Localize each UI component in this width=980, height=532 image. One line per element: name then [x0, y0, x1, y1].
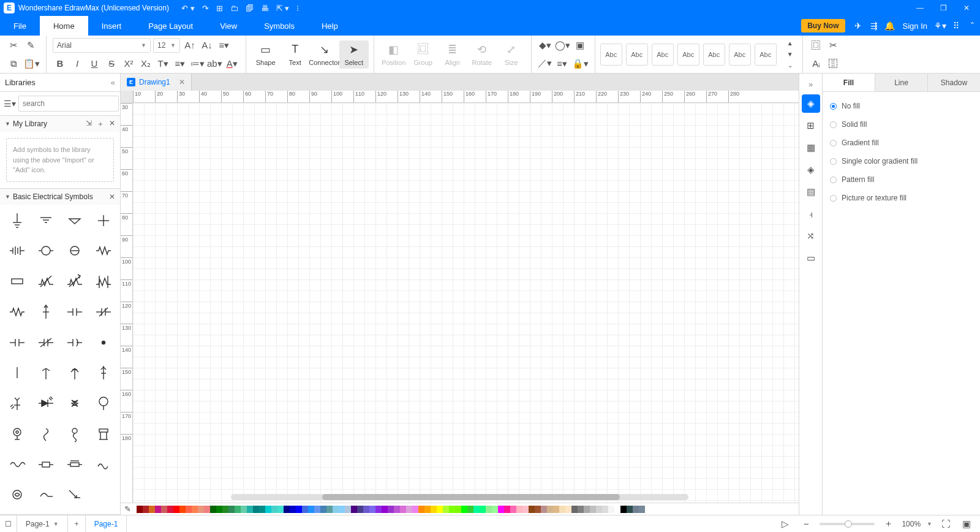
shape-effects-button[interactable]: ◯▾	[555, 38, 570, 53]
menu-tab-page-layout[interactable]: Page Layout	[135, 16, 206, 36]
shape-tool[interactable]: ▭Shape	[251, 40, 281, 69]
color-swatch[interactable]	[143, 506, 149, 513]
color-swatch[interactable]	[198, 506, 204, 513]
color-swatch[interactable]	[522, 506, 529, 513]
menu-tab-insert[interactable]: Insert	[88, 16, 135, 36]
shuffle-tool-icon[interactable]: ⤭	[802, 227, 820, 245]
color-swatch[interactable]	[277, 506, 284, 513]
lib-import-icon[interactable]: ⇲	[86, 119, 92, 129]
electrical-symbol-7[interactable]	[89, 237, 118, 264]
color-swatch[interactable]	[137, 506, 143, 513]
shadow-button[interactable]: ▣	[573, 38, 587, 53]
color-swatch[interactable]	[449, 506, 455, 513]
color-swatch[interactable]	[614, 506, 620, 513]
color-swatch[interactable]	[357, 506, 363, 513]
outline-view-button[interactable]: ☐	[0, 515, 17, 532]
vertical-ruler[interactable]: 3040506070809010011012013014015016017018…	[121, 103, 133, 503]
color-swatch[interactable]	[424, 506, 431, 513]
library-search-input[interactable]	[18, 96, 119, 112]
color-swatch[interactable]	[547, 506, 553, 513]
color-swatch[interactable]	[186, 506, 192, 513]
buy-now-button[interactable]: Buy Now	[801, 19, 845, 32]
gallery-more-button[interactable]: ⌄	[783, 61, 797, 70]
electrical-symbol-0[interactable]	[2, 207, 31, 234]
share-icon[interactable]: ⇶	[866, 16, 882, 36]
electrical-symbol-27[interactable]	[89, 390, 118, 417]
document-tab[interactable]: E Drawing1 ✕	[121, 74, 192, 91]
electrical-symbol-18[interactable]	[60, 329, 89, 356]
electrical-symbol-28[interactable]	[2, 420, 31, 447]
color-swatch[interactable]	[431, 506, 437, 513]
qat-button-7[interactable]: ⁝	[296, 4, 299, 13]
electrical-symbol-30[interactable]	[60, 420, 89, 447]
color-swatch[interactable]	[253, 506, 259, 513]
qat-button-4[interactable]: 🗐	[246, 4, 254, 13]
color-swatch[interactable]	[590, 506, 596, 513]
text-tool[interactable]: TText	[281, 40, 310, 69]
color-swatch[interactable]	[290, 506, 296, 513]
color-swatch[interactable]	[382, 506, 388, 513]
find-button[interactable]: Aᵢ	[809, 56, 824, 71]
color-swatch[interactable]	[492, 506, 498, 513]
color-swatch[interactable]	[584, 506, 590, 513]
my-library-header[interactable]: ▼My Library ⇲＋✕	[0, 116, 120, 132]
color-swatch[interactable]	[265, 506, 271, 513]
increase-font-button[interactable]: A↑	[183, 38, 197, 53]
qat-button-3[interactable]: 🗀	[230, 4, 238, 13]
select-tool[interactable]: ➤Select	[339, 40, 369, 69]
style-preset-0[interactable]: Abc	[600, 44, 622, 66]
color-swatch[interactable]	[241, 506, 247, 513]
color-swatch[interactable]	[339, 506, 345, 513]
color-swatch[interactable]	[167, 506, 173, 513]
electrical-symbol-37[interactable]	[31, 481, 60, 508]
menu-tab-view[interactable]: View	[206, 16, 251, 36]
color-swatch[interactable]	[418, 506, 424, 513]
color-swatch[interactable]	[179, 506, 186, 513]
qat-button-2[interactable]: ⊞	[216, 4, 223, 13]
gallery-down-button[interactable]: ▼	[783, 50, 797, 59]
gallery-up-button[interactable]: ▲	[783, 39, 797, 48]
electrical-symbol-1[interactable]	[31, 207, 60, 234]
electrical-symbol-20[interactable]	[2, 359, 31, 386]
electrical-symbol-10[interactable]	[60, 268, 89, 295]
layout-tool-icon[interactable]: ⊞	[802, 116, 820, 135]
fill-tool-icon[interactable]: ◈	[802, 94, 820, 113]
electrical-symbol-22[interactable]	[60, 359, 89, 386]
electrical-symbol-19[interactable]	[89, 329, 118, 356]
color-swatch[interactable]	[320, 506, 326, 513]
italic-button[interactable]: I	[70, 56, 85, 71]
connector-tool[interactable]: ↘Connector	[310, 40, 339, 69]
color-picker-icon[interactable]: ✎	[124, 504, 137, 514]
electrical-symbol-36[interactable]	[2, 481, 31, 508]
electrical-symbol-33[interactable]	[31, 451, 60, 478]
color-swatch[interactable]	[455, 506, 461, 513]
electrical-symbol-23[interactable]	[89, 359, 118, 386]
color-swatch[interactable]	[437, 506, 443, 513]
fill-option-single-color-gradient-fill[interactable]: Single color gradient fill	[830, 152, 973, 170]
prop-tab-fill[interactable]: Fill	[823, 74, 875, 91]
copy-button[interactable]: ⧉	[6, 56, 21, 71]
decrease-font-button[interactable]: A↓	[200, 38, 214, 53]
lib-section-close-icon[interactable]: ✕	[109, 192, 115, 201]
electrical-symbol-9[interactable]	[31, 268, 60, 295]
electrical-symbol-4[interactable]	[2, 237, 31, 264]
zoom-out-button[interactable]: −	[799, 517, 813, 531]
line-weight-button[interactable]: ≡▾	[555, 56, 570, 71]
color-swatch[interactable]	[228, 506, 235, 513]
color-swatch[interactable]	[516, 506, 522, 513]
paste-button[interactable]: 📋▾	[23, 56, 40, 71]
electrical-symbol-15[interactable]	[89, 298, 118, 325]
add-page-button[interactable]: ＋	[68, 515, 86, 532]
electrical-symbol-5[interactable]	[31, 237, 60, 264]
color-swatch[interactable]	[345, 506, 351, 513]
color-swatch[interactable]	[498, 506, 504, 513]
color-swatch[interactable]	[639, 506, 645, 513]
color-swatch[interactable]	[210, 506, 216, 513]
color-swatch[interactable]	[259, 506, 265, 513]
color-swatch[interactable]	[161, 506, 167, 513]
electrical-symbol-35[interactable]	[89, 451, 118, 478]
color-swatch[interactable]	[308, 506, 314, 513]
electrical-symbol-8[interactable]	[2, 268, 31, 295]
color-swatch[interactable]	[559, 506, 565, 513]
color-swatch[interactable]	[204, 506, 210, 513]
